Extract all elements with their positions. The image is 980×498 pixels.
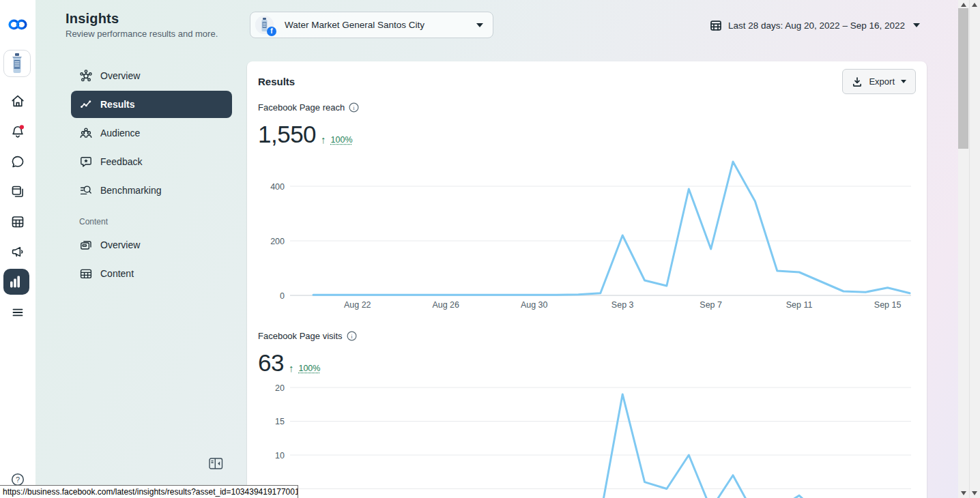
sidebar-item-label: Overview: [100, 239, 140, 250]
page-visits-info-icon[interactable]: i: [347, 331, 357, 341]
svg-text:10: 10: [275, 451, 285, 460]
results-card-title: Results: [258, 76, 295, 87]
content-overview-cards-icon: [79, 238, 93, 252]
metric-reach-label: Facebook Page reach i: [258, 102, 359, 113]
planner-calendar-icon[interactable]: [0, 208, 35, 235]
trend-up-arrow-icon: ↑: [289, 361, 294, 376]
ads-megaphone-icon[interactable]: [0, 238, 35, 265]
home-icon[interactable]: [0, 87, 35, 115]
browser-scrollbar-track[interactable]: [969, 0, 980, 498]
svg-text:200: 200: [270, 237, 285, 246]
svg-text:Aug 30: Aug 30: [521, 300, 548, 310]
results-card: Results Export Facebook Page reach i 1,5…: [247, 61, 927, 498]
insights-bar-chart-icon[interactable]: [3, 269, 29, 295]
meta-logo: [0, 11, 35, 38]
left-toolbar-rail: ?: [0, 0, 35, 498]
calendar-icon: [710, 19, 722, 31]
sidebar-item-feedback[interactable]: Feedback: [71, 148, 232, 175]
business-avatar[interactable]: [3, 50, 31, 77]
sidebar-item-label: Results: [100, 99, 135, 110]
page-visits-chart: 5101520: [247, 379, 927, 498]
notifications-bell-icon[interactable]: [0, 118, 35, 145]
feedback-star-bubble-icon: [79, 155, 93, 169]
sidebar-item-label: Audience: [100, 128, 140, 138]
page-subtitle: Review performance results and more.: [66, 29, 218, 39]
audience-people-icon: [79, 126, 93, 140]
browser-status-url: https://business.facebook.com/latest/ins…: [0, 485, 298, 498]
metric-visits-value: 63 ↑ 100%: [258, 350, 320, 376]
page-avatar: f: [255, 16, 274, 34]
metric-reach-value: 1,550 ↑ 100%: [258, 121, 353, 147]
facebook-badge-icon: f: [267, 27, 276, 36]
sidebar-item-label: Overview: [100, 70, 140, 81]
scroll-up-arrow[interactable]: [961, 3, 966, 7]
page-title: Insights: [66, 11, 119, 27]
page-selector-label: Water Market General Santos City: [285, 20, 476, 30]
notification-dot: [20, 125, 24, 129]
reach-total: 1,550: [258, 121, 316, 147]
content-table-icon: [79, 267, 93, 280]
svg-text:i: i: [354, 104, 356, 111]
scroll-down-arrow[interactable]: [972, 491, 977, 495]
chevron-down-icon: [476, 23, 483, 27]
date-range-picker[interactable]: Last 28 days: Aug 20, 2022 – Sep 16, 202…: [710, 16, 920, 34]
scroll-down-arrow[interactable]: [961, 491, 966, 495]
chevron-down-icon: [913, 23, 920, 27]
svg-text:i: i: [351, 333, 353, 340]
visits-change-link[interactable]: 100%: [298, 362, 320, 376]
page-reach-info-icon[interactable]: i: [349, 102, 359, 113]
svg-text:Sep 15: Sep 15: [874, 300, 902, 310]
svg-text:Sep 3: Sep 3: [611, 300, 634, 310]
reach-change-link[interactable]: 100%: [331, 133, 353, 147]
svg-text:Sep 7: Sep 7: [700, 300, 722, 310]
page-reach-chart: 0200400Aug 22Aug 26Aug 30Sep 3Sep 7Sep 1…: [247, 153, 927, 314]
export-label: Export: [869, 76, 895, 87]
export-button[interactable]: Export: [842, 69, 916, 94]
svg-text:Aug 22: Aug 22: [344, 300, 371, 310]
svg-text:Aug 26: Aug 26: [432, 300, 459, 310]
date-range-label: Last 28 days: Aug 20, 2022 – Sep 16, 202…: [728, 20, 905, 31]
results-trend-icon: [79, 98, 93, 111]
sidebar-item-content[interactable]: Content: [71, 260, 232, 287]
page-selector-dropdown[interactable]: f Water Market General Santos City: [250, 12, 493, 38]
sidebar-item-results[interactable]: Results: [71, 91, 232, 118]
svg-text:0: 0: [280, 291, 285, 301]
svg-text:400: 400: [270, 182, 285, 192]
sidebar-item-benchmarking[interactable]: Benchmarking: [71, 177, 232, 204]
posts-icon[interactable]: [0, 178, 35, 205]
sidebar-item-overview[interactable]: Overview: [71, 62, 232, 89]
content-section-label: Content: [79, 217, 232, 226]
svg-text:?: ?: [16, 475, 20, 484]
svg-text:20: 20: [275, 383, 285, 393]
svg-text:15: 15: [275, 417, 285, 426]
inner-scrollbar-thumb[interactable]: [958, 8, 968, 149]
sidebar-item-label: Benchmarking: [100, 185, 162, 196]
sidebar-item-content-overview[interactable]: Overview: [71, 231, 232, 259]
chevron-down-icon: [901, 80, 906, 83]
messaging-chat-icon[interactable]: [0, 148, 35, 175]
visits-total: 63: [258, 350, 284, 376]
insights-nav: Overview Results Audience: [71, 62, 232, 289]
metric-visits-label: Facebook Page visits i: [258, 331, 357, 341]
all-tools-menu-icon[interactable]: [0, 299, 35, 326]
svg-text:Sep 11: Sep 11: [786, 300, 813, 310]
overview-network-icon: [79, 69, 93, 83]
scroll-up-arrow[interactable]: [972, 3, 977, 7]
sidebar-item-label: Content: [100, 268, 134, 279]
benchmarking-search-icon: [79, 184, 93, 197]
collapse-sidebar-icon[interactable]: [209, 458, 223, 469]
trend-up-arrow-icon: ↑: [321, 132, 326, 147]
sidebar-item-label: Feedback: [100, 156, 142, 167]
sidebar-item-audience[interactable]: Audience: [71, 119, 232, 147]
download-icon: [852, 76, 863, 87]
